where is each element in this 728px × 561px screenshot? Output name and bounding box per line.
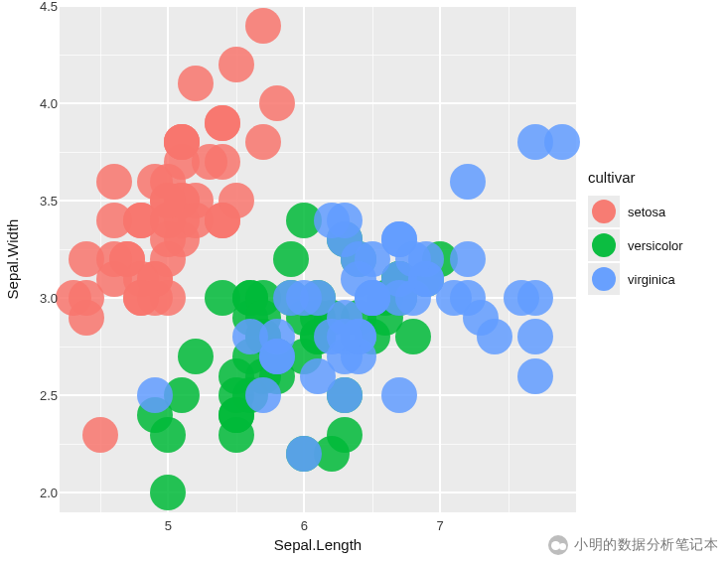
legend-label: virginica <box>628 272 675 287</box>
data-point-setosa <box>245 8 281 44</box>
legend-key <box>588 196 620 227</box>
data-point-setosa <box>205 105 240 141</box>
y-tick-label: 3.5 <box>30 194 58 209</box>
x-tick-label: 6 <box>301 518 308 533</box>
data-point-setosa <box>178 66 214 101</box>
data-point-setosa <box>218 47 254 82</box>
data-point-virginica <box>286 436 322 472</box>
data-point-virginica <box>245 377 281 413</box>
data-point-setosa <box>82 417 118 453</box>
data-point-virginica <box>327 377 363 413</box>
data-point-virginica <box>517 319 553 354</box>
legend-label: versicolor <box>628 238 683 253</box>
x-tick-label: 5 <box>165 518 172 533</box>
y-tick-label: 2.5 <box>30 388 58 403</box>
legend-label: setosa <box>628 205 665 219</box>
data-point-virginica <box>477 319 512 354</box>
data-point-virginica <box>137 377 173 413</box>
data-point-versicolor <box>327 417 363 453</box>
data-point-setosa <box>259 85 295 121</box>
legend-dot-icon <box>592 200 616 223</box>
data-point-virginica <box>544 124 580 160</box>
legend-key <box>588 263 620 295</box>
data-point-setosa <box>245 124 281 160</box>
data-point-setosa <box>69 280 104 316</box>
y-tick-label: 3.0 <box>30 291 58 306</box>
data-point-virginica <box>327 319 363 354</box>
data-point-virginica <box>517 358 553 394</box>
data-point-setosa <box>150 221 186 257</box>
y-tick-label: 4.5 <box>30 0 58 14</box>
ggplot-figure: Sepal.Width Sepal.Length cultivar setosa… <box>0 0 728 561</box>
data-point-versicolor <box>150 475 186 510</box>
watermark-text: 小明的数据分析笔记本 <box>574 536 718 554</box>
data-point-versicolor <box>150 417 186 453</box>
watermark: 小明的数据分析笔记本 <box>548 535 718 555</box>
data-point-virginica <box>259 339 295 374</box>
data-point-setosa <box>150 183 186 218</box>
legend-title: cultivar <box>588 169 717 186</box>
x-tick-label: 7 <box>437 518 444 533</box>
data-point-virginica <box>450 241 486 277</box>
legend-item-versicolor: versicolor <box>588 229 717 261</box>
legend-item-setosa: setosa <box>588 196 717 227</box>
legend-dot-icon <box>592 233 616 257</box>
legend-item-virginica: virginica <box>588 263 717 295</box>
legend: cultivar setosaversicolorvirginica <box>588 169 717 297</box>
y-axis-label: Sepal.Width <box>4 6 24 512</box>
data-point-virginica <box>450 164 486 200</box>
data-point-virginica <box>355 280 390 316</box>
data-point-virginica <box>314 203 350 238</box>
y-tick-label: 4.0 <box>30 96 58 111</box>
data-point-virginica <box>381 377 417 413</box>
data-point-setosa <box>218 183 254 218</box>
x-axis-label: Sepal.Length <box>60 536 576 553</box>
y-tick-label: 2.0 <box>30 486 58 500</box>
data-point-virginica <box>273 280 309 316</box>
data-point-versicolor <box>395 319 431 354</box>
data-point-virginica <box>381 221 417 257</box>
data-point-setosa <box>123 280 159 316</box>
data-point-versicolor <box>273 241 309 277</box>
data-point-virginica <box>450 280 486 316</box>
data-point-versicolor <box>178 339 214 374</box>
legend-dot-icon <box>592 267 616 291</box>
legend-key <box>588 229 620 261</box>
wechat-icon <box>548 535 568 555</box>
data-point-setosa <box>96 241 132 277</box>
data-point-virginica <box>517 280 553 316</box>
plot-panel <box>60 6 576 512</box>
data-point-setosa <box>192 144 227 180</box>
data-point-setosa <box>96 164 132 200</box>
